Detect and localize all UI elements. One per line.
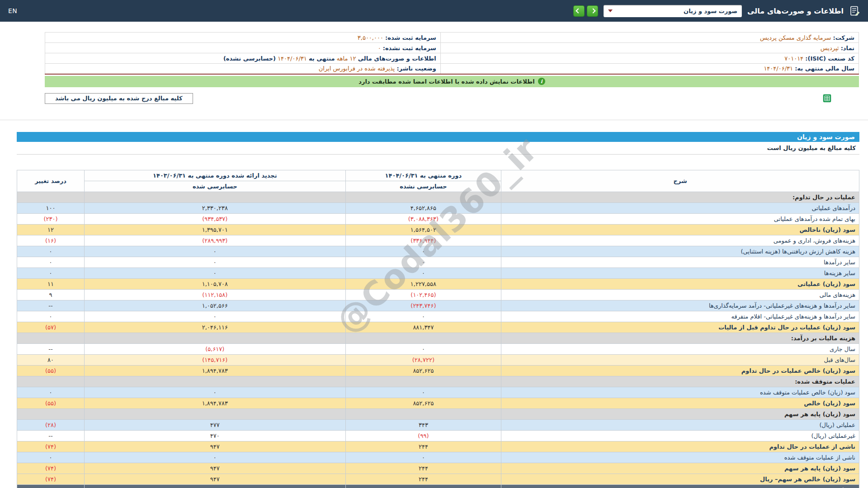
fiscal-year-field: سال مالی منتهی به: ۱۴۰۴/۰۶/۳۱: [440, 64, 859, 74]
row-percent-change: (۵۵): [17, 398, 85, 408]
row-value-current: ۲۴۴: [345, 441, 501, 452]
row-value-prior: ۲,۳۳۰,۲۳۸: [85, 202, 346, 213]
row-percent-change: [17, 333, 85, 343]
language-switch-en[interactable]: EN: [8, 7, 17, 14]
row-value-prior: (۲۸۹,۹۹۳): [85, 235, 346, 246]
row-value-current: [345, 408, 501, 419]
row-label: ناشی از عملیات در حال تداوم: [501, 441, 859, 452]
excel-export-icon[interactable]: [822, 94, 832, 103]
row-percent-change: --: [17, 430, 85, 441]
row-value-current: (۲۸,۷۲۲): [345, 354, 501, 365]
row-value-prior: ۰: [85, 267, 346, 278]
row-value-prior: ۹۴۷: [85, 474, 346, 484]
row-value-prior: ۹۴۷: [85, 441, 346, 452]
row-label: سایر درآمدها: [501, 257, 859, 267]
row-label: سود (زیان) ناخالص: [501, 224, 859, 235]
unregistered-capital-field: سرمایه ثبت نشده: ۰: [45, 43, 441, 53]
statement-row: هزینه مالیات بر درآمد:: [17, 333, 859, 343]
row-value-current: ۰: [345, 311, 501, 322]
prev-statement-button[interactable]: [573, 5, 585, 17]
col-header-description: شرح: [501, 170, 859, 192]
row-percent-change: (۷۴): [17, 463, 85, 474]
row-percent-change: ۱۱: [17, 278, 85, 289]
col-subheader-unaudited: حسابرسی نشده: [345, 181, 501, 192]
row-value-prior: ۰: [85, 257, 346, 267]
row-percent-change: ۰: [17, 311, 85, 322]
row-percent-change: (۱۶): [17, 235, 85, 246]
isic-value: ۷۰۱۰۱۴: [784, 55, 803, 62]
info-icon: i: [538, 78, 545, 85]
row-percent-change: (۲۸): [17, 419, 85, 430]
row-value-prior: ۱,۰۵۲,۵۶۶: [85, 300, 346, 311]
statement-table-header: شرح دوره منتهی به ۱۴۰۴/۰۶/۳۱ تجدید ارائه…: [17, 170, 859, 192]
row-value-current: ۰: [345, 387, 501, 398]
row-label: سود (زیان) خالص هر سهم– ریال: [501, 474, 859, 484]
company-field: شرکت: سرمایه گذاری مسکن پردیس: [440, 33, 859, 43]
row-label: عملیاتی (ریال): [501, 419, 859, 430]
statement-title-bar: صورت سود و زیان: [17, 132, 859, 142]
row-label: هزینه کاهش ارزش دریافتنی‌ها (هزینه استثن…: [501, 246, 859, 257]
row-label: عملیات متوقف شده:: [501, 376, 859, 387]
row-value-current: ۳۴۳: [345, 419, 501, 430]
statement-row: سایر درآمدها و هزینه‌های غیرعملیاتی- درآ…: [17, 300, 859, 311]
statement-row: ناشی از عملیات در حال تداوم ۲۴۴ ۹۴۷ (۷۴): [17, 441, 859, 452]
row-label: عملیات در حال تداوم:: [501, 192, 859, 202]
row-value-current: ۰: [345, 452, 501, 463]
chevron-right-icon: [590, 8, 595, 13]
statement-row: سود (زیان) ناخالص ۱,۵۶۴,۵۰۲ ۱,۳۹۵,۷۰۱ ۱۲: [17, 224, 859, 235]
registered-capital-label: سرمایه ثبت شده:: [385, 34, 436, 41]
statement-select-value: صورت سود و زیان: [684, 8, 737, 14]
row-percent-change: (۷۴): [17, 474, 85, 484]
row-value-current: ۱,۲۲۷,۵۵۸: [345, 278, 501, 289]
row-percent-change: (۵۷): [17, 322, 85, 333]
statement-row: سال‌های قبل (۲۸,۷۲۲) (۱۴۵,۷۱۶) ۸۰: [17, 354, 859, 365]
row-value-prior: ۱,۱۰۵,۷۰۸: [85, 278, 346, 289]
next-statement-button[interactable]: [587, 5, 598, 17]
row-value-prior: (۱۱۲,۱۵۸): [85, 289, 346, 300]
row-value-current: (۳,۰۸۸,۳۶۳): [345, 213, 501, 224]
row-value-prior: ۱,۸۹۴,۷۸۳: [85, 365, 346, 376]
chevron-left-icon: [576, 8, 580, 13]
signed-info-text: اطلاعات نمایش داده شده با اطلاعات امضا ش…: [359, 78, 535, 85]
row-value-prior: ۴۷۰: [85, 430, 346, 441]
col-header-current-period: دوره منتهی به ۱۴۰۴/۰۶/۳۱: [345, 170, 501, 181]
col-header-prior-period: تجدید ارائه شده دوره منتهی به ۱۴۰۳/۰۶/۳۱: [85, 170, 346, 181]
row-value-current: ۴,۶۵۲,۸۶۵: [345, 202, 501, 213]
row-label: سود (زیان) خالص عملیات متوقف شده: [501, 387, 859, 398]
row-label: سایر درآمدها و هزینه‌های غیرعملیاتی- اقل…: [501, 311, 859, 322]
row-value-prior: ۱,۸۹۴,۷۸۳: [85, 398, 346, 408]
row-label: سایر درآمدها و هزینه‌های غیرعملیاتی- درآ…: [501, 300, 859, 311]
row-percent-change: --: [17, 484, 85, 488]
row-value-prior: ۰: [85, 246, 346, 257]
row-value-current: ۸۵۲,۶۲۵: [345, 365, 501, 376]
row-value-current: ۰: [345, 257, 501, 267]
row-label: سال‌های قبل: [501, 354, 859, 365]
unregistered-capital-label: سرمایه ثبت نشده:: [383, 45, 436, 52]
row-value-current: ۲۴۴: [345, 474, 501, 484]
statement-row: سایر درآمدها ۰ ۰ ۰: [17, 257, 859, 267]
registered-capital-field: سرمایه ثبت شده: ۳,۵۰۰,۰۰۰: [45, 33, 441, 43]
row-percent-change: ۱۰۰: [17, 202, 85, 213]
row-value-prior: (۹۳۴,۵۳۷): [85, 213, 346, 224]
row-percent-change: ۰: [17, 246, 85, 257]
row-value-prior: ۰: [85, 387, 346, 398]
row-percent-change: --: [17, 343, 85, 354]
row-value-prior: ۴۷۷: [85, 419, 346, 430]
company-label: شرکت:: [833, 34, 854, 41]
row-value-current: (۲۴۳,۷۴۶): [345, 300, 501, 311]
financial-statements-icon[interactable]: [849, 5, 860, 16]
row-value-current: ۳,۵۰۰,۰۰۰: [345, 484, 501, 488]
company-name: سرمایه گذاری مسکن پردیس: [760, 34, 831, 41]
row-value-current: (۱۰۲,۴۶۵): [345, 289, 501, 300]
row-value-current: ۸۵۲,۶۲۵: [345, 398, 501, 408]
statement-nav-arrows: [573, 5, 598, 17]
statement-row: سرمایه ۳,۵۰۰,۰۰۰ ۳,۵۰۰,۰۰۰ --: [17, 484, 859, 488]
statement-type-select[interactable]: صورت سود و زیان: [604, 5, 742, 17]
row-percent-change: [17, 408, 85, 419]
row-value-current: [345, 376, 501, 387]
row-value-prior: [85, 333, 346, 343]
row-value-current: ۸۸۱,۳۴۷: [345, 322, 501, 333]
period-info-field: اطلاعات و صورت‌های مالی ۱۲ ماهه منتهی به…: [45, 53, 441, 64]
row-label: غیرعملیاتی (ریال): [501, 430, 859, 441]
row-percent-change: [17, 376, 85, 387]
